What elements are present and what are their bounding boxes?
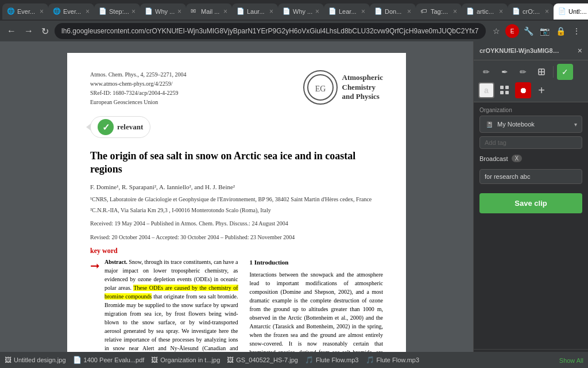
notebook-label: My Notebook: [497, 121, 574, 128]
status-icon-5: 🎵: [366, 356, 374, 364]
status-item-1[interactable]: 📄 1400 Peer Evalu...pdf: [73, 356, 145, 364]
brush-tool[interactable]: ✏: [478, 64, 494, 80]
tab-15[interactable]: 📄 Untl:... ×: [554, 3, 588, 20]
tab-bar: 🌐 Ever... × 🌐 Ever... × 📄 Step:... × 📄 W…: [0, 0, 588, 21]
panel-header: crOYKNUfEI-Wjn3uMIG8VjyBpa... ×: [474, 41, 588, 60]
relevant-check-icon: ✓: [98, 119, 114, 135]
affiliation-1: ¹CNRS, Laboratoire de Glaciologie et Geo…: [90, 195, 383, 204]
status-item-2[interactable]: 🖼 Organization in t...jpg: [151, 356, 220, 364]
tab-3[interactable]: 📄 Why ... ×: [140, 3, 186, 20]
status-item-4[interactable]: 🎵 Flute Flow.mp3: [305, 356, 359, 364]
back-button[interactable]: ←: [5, 25, 18, 37]
tab-6[interactable]: 📄 Why ... ×: [278, 3, 324, 20]
tab-close-10[interactable]: ×: [499, 7, 503, 16]
broadcast-remove-button[interactable]: X: [512, 155, 523, 162]
dots-tool[interactable]: [497, 82, 513, 98]
tab-close-9[interactable]: ×: [453, 7, 457, 16]
status-label-3: GS_040522_HS-7.jpg: [236, 356, 298, 363]
forward-button[interactable]: →: [22, 25, 36, 37]
tab-close-4[interactable]: ×: [223, 7, 227, 16]
status-label-0: Untitled design.jpg: [14, 356, 66, 363]
tab-favicon-4: ✉: [191, 7, 199, 16]
notebook-dropdown[interactable]: 📓 My Notebook ▾: [479, 116, 582, 133]
tab-close-11[interactable]: ×: [545, 7, 549, 16]
dots-grid: [500, 86, 509, 95]
tab-close-0[interactable]: ×: [40, 7, 44, 16]
pen-tool[interactable]: ✒: [497, 64, 513, 80]
tab-0[interactable]: 🌐 Ever... ×: [2, 3, 48, 20]
tab-11[interactable]: 📄 crO:... ×: [508, 3, 554, 20]
tab-label-15: Untl:...: [568, 8, 587, 15]
tab-label-0: Ever...: [17, 8, 35, 15]
nav-bar: ← → ↻ ☆ E 🔧 📷 🔒 ⋮: [0, 21, 588, 41]
record-tool[interactable]: ⏺: [515, 82, 531, 98]
tab-2[interactable]: 📄 Step:... ×: [94, 3, 140, 20]
tab-favicon-11: 📄: [512, 7, 520, 16]
text-tool[interactable]: a: [478, 82, 494, 98]
dot-2: [505, 86, 509, 89]
tab-label-3: Why ...: [155, 8, 175, 15]
tab-close-2[interactable]: ×: [131, 7, 136, 16]
status-icon-3: 🖼: [227, 356, 234, 364]
journal-logo: EG AtmosphericChemistryand Physics: [303, 70, 384, 105]
tab-5[interactable]: 📄 Laur... ×: [232, 3, 278, 20]
tab-7[interactable]: 📄 Lear... ×: [324, 3, 370, 20]
tab-label-6: Why ...: [293, 8, 312, 15]
panel-close-button[interactable]: ×: [578, 46, 582, 55]
highlight-tool[interactable]: ✏: [515, 64, 531, 80]
tab-label-10: artic...: [477, 8, 494, 15]
intro-title: 1 Introduction: [250, 258, 384, 267]
relevant-badge: ✓ relevant: [90, 116, 150, 138]
tab-close-5[interactable]: ×: [269, 7, 273, 16]
red-arrow-icon: ➞: [90, 259, 100, 273]
pdf-viewer[interactable]: Atmos. Chem. Phys., 4, 2259–2271, 2004 w…: [0, 41, 473, 368]
tab-9[interactable]: 🏷 Tag:... ×: [416, 3, 462, 20]
status-item-5[interactable]: 🎵 Flute Flow.mp3: [366, 356, 420, 364]
organization-label: Organization: [479, 107, 582, 113]
broadcast-text: Broadcast: [479, 155, 508, 162]
tab-10[interactable]: 📄 artic... ×: [462, 3, 508, 20]
status-item-3[interactable]: 🖼 GS_040522_HS-7.jpg: [227, 356, 298, 364]
tab-close-8[interactable]: ×: [407, 7, 411, 16]
side-panel: crOYKNUfEI-Wjn3uMIG8VjyBpa... × ✏ ✒ ✏ ✓ …: [473, 41, 588, 368]
relevant-text: relevant: [117, 122, 143, 132]
address-bar[interactable]: [55, 23, 486, 39]
meta-line3: SRef-ID: 1680-7324/acp/2004-4-2259: [90, 89, 187, 98]
tab-8[interactable]: 📄 Don... ×: [370, 3, 416, 20]
refresh-button[interactable]: ↻: [39, 25, 51, 38]
panel-toolbar: ✏ ✒ ✏ ✓ a ⏺ +: [474, 60, 588, 102]
status-label-2: Organization in t...jpg: [160, 356, 220, 363]
tab-close-1[interactable]: ×: [86, 7, 90, 16]
tab-close-6[interactable]: ×: [315, 7, 319, 16]
crop-tool[interactable]: [533, 64, 550, 80]
extension-icon-4[interactable]: 🔒: [554, 24, 567, 38]
browser-chrome: 🌐 Ever... × 🌐 Ever... × 📄 Step:... × 📄 W…: [0, 0, 588, 41]
check-tool[interactable]: ✓: [557, 64, 573, 80]
add-tag-section: [479, 136, 582, 152]
extension-icon-1[interactable]: E: [505, 24, 519, 38]
organization-section: Organization 📓 My Notebook ▾ Broadcast X: [474, 102, 588, 169]
status-label-1: 1400 Peer Evalu...pdf: [84, 356, 145, 363]
bookmark-icon[interactable]: ☆: [489, 24, 503, 38]
extension-icon-2[interactable]: 🔧: [521, 24, 535, 38]
tab-label-5: Laur...: [247, 8, 265, 15]
status-icon-4: 🎵: [305, 356, 314, 364]
tab-favicon-8: 📄: [374, 7, 382, 16]
tab-favicon-2: 📄: [99, 7, 107, 16]
add-tool[interactable]: +: [533, 82, 550, 98]
save-clip-button[interactable]: Save clip: [479, 193, 582, 213]
dot-3: [500, 91, 504, 94]
menu-button[interactable]: ⋮: [570, 24, 583, 38]
show-all-button[interactable]: Show All: [559, 355, 583, 365]
tab-label-2: Step:...: [109, 8, 129, 15]
nav-icons: ☆ E 🔧 📷 🔒 ⋮: [489, 24, 583, 38]
tab-1[interactable]: 🌐 Ever... ×: [48, 3, 94, 20]
status-item-0[interactable]: 🖼 Untitled design.jpg: [5, 356, 66, 364]
tab-4[interactable]: ✉ Mail ... ×: [186, 3, 232, 20]
tab-close-7[interactable]: ×: [361, 7, 365, 16]
extension-icon-3[interactable]: 📷: [537, 24, 551, 38]
research-input[interactable]: [479, 169, 582, 184]
paper-authors: F. Domine¹, R. Sparapani², A. Ianniello²…: [90, 183, 383, 190]
add-tag-input[interactable]: [479, 136, 582, 149]
tab-close-3[interactable]: ×: [177, 7, 181, 16]
